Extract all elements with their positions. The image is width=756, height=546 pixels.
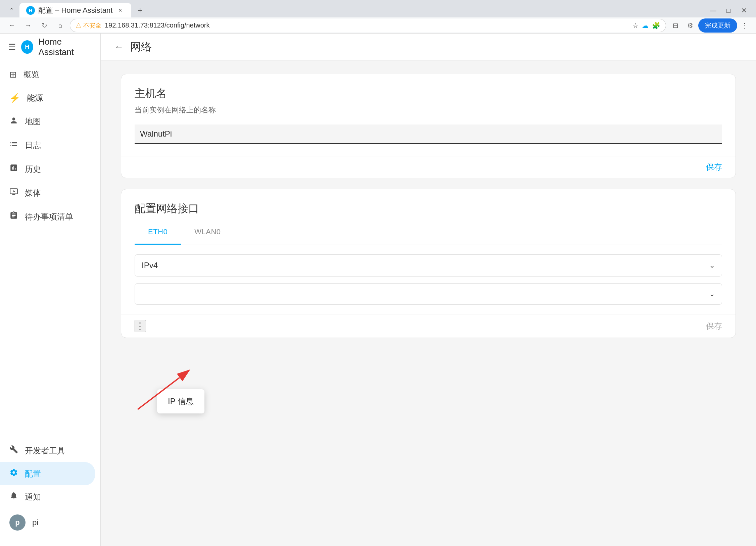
network-save-button[interactable]: 保存 [706, 321, 722, 332]
second-dropdown[interactable]: ⌄ [135, 283, 722, 305]
network-tabs-bar: ETH0 WLAN0 [135, 220, 722, 245]
network-card-title: 配置网络接口 [135, 201, 722, 216]
sidebar-bottom: 开发者工具 配置 通知 p pi [0, 436, 100, 539]
app-title-label: Home Assistant [39, 37, 92, 57]
network-form: IPv4 ⌄ ⌄ [121, 245, 736, 314]
sidebar-label-media: 媒体 [25, 188, 41, 198]
logs-icon [9, 140, 18, 151]
address-url-text: 192.168.31.73:8123/config/network [105, 21, 629, 29]
energy-icon: ⚡ [9, 93, 20, 103]
back-button[interactable]: ← [114, 42, 124, 52]
sidebar-label-history: 历史 [25, 164, 41, 175]
second-chevron-icon: ⌄ [709, 290, 715, 298]
nav-bar: ← → ↻ ⌂ △ 不安全 192.168.31.73:8123/config/… [0, 17, 756, 34]
bookmark-icon[interactable]: ☆ [632, 21, 639, 30]
app-container: ☰ H Home Assistant ⊞ 概览 ⚡ 能源 地图 [0, 34, 756, 546]
tab-list-back[interactable]: ⌃ [5, 4, 17, 16]
complete-update-button[interactable]: 完成更新 [698, 18, 737, 33]
history-icon [9, 163, 18, 175]
ip-info-tooltip[interactable]: IP 信息 [157, 389, 204, 413]
network-card-footer: ⋮ 保存 [121, 314, 736, 338]
tab-title: 配置 – Home Assistant [38, 5, 112, 15]
sidebar-label-map: 地图 [25, 116, 41, 127]
ipv4-dropdown[interactable]: IPv4 ⌄ [135, 254, 722, 277]
sidebar-label-energy: 能源 [27, 93, 43, 103]
app-logo: H [21, 40, 33, 54]
sidebar-toggle-button[interactable]: ⊟ [669, 19, 682, 32]
sidebar-label-logs: 日志 [25, 140, 41, 151]
maximize-button[interactable]: □ [722, 4, 735, 17]
main-content: ← 网络 主机名 当前实例在网络上的名称 保存 配置网络接口 [101, 34, 756, 546]
user-avatar: p [9, 514, 26, 531]
hostname-card-footer: 保存 [121, 156, 736, 178]
overview-icon: ⊞ [9, 69, 17, 80]
sidebar-item-map[interactable]: 地图 [0, 110, 95, 133]
ipv4-dropdown-label: IPv4 [142, 261, 158, 270]
sidebar-item-overview[interactable]: ⊞ 概览 [0, 63, 95, 86]
sidebar-item-energy[interactable]: ⚡ 能源 [0, 87, 95, 109]
sidebar-item-todo[interactable]: 待办事项清单 [0, 205, 95, 228]
new-tab-button[interactable]: + [133, 4, 147, 17]
browser-tab-active[interactable]: H 配置 – Home Assistant × [19, 3, 131, 18]
sidebar-label-overview: 概览 [23, 69, 40, 80]
minimize-button[interactable]: — [706, 4, 720, 17]
sidebar-item-history[interactable]: 历史 [0, 157, 95, 181]
tab-eth0[interactable]: ETH0 [135, 220, 181, 245]
network-more-options-button[interactable]: ⋮ [135, 320, 146, 332]
address-bar[interactable]: △ 不安全 192.168.31.73:8123/config/network … [70, 19, 666, 32]
todo-icon [9, 211, 18, 222]
sidebar-header: ☰ H Home Assistant [0, 34, 100, 60]
network-card-body: 配置网络接口 [121, 189, 736, 216]
media-icon [9, 187, 18, 198]
nav-forward-button[interactable]: → [21, 19, 35, 32]
ipv4-chevron-icon: ⌄ [709, 261, 715, 270]
browser-settings-button[interactable]: ⚙ [683, 19, 697, 32]
nav-reload-button[interactable]: ↻ [38, 19, 51, 32]
browser-menu-button[interactable]: ⋮ [739, 19, 751, 32]
security-warning-icon: △ 不安全 [76, 21, 101, 30]
hostname-save-button[interactable]: 保存 [706, 162, 722, 172]
settings-icon [9, 468, 18, 479]
nav-right-actions: ⊟ ⚙ 完成更新 ⋮ [669, 18, 751, 33]
notifications-icon [9, 491, 18, 502]
ip-info-tooltip-label: IP 信息 [168, 397, 194, 406]
hamburger-menu-button[interactable]: ☰ [8, 42, 16, 52]
main-header: ← 网络 [101, 34, 756, 60]
sidebar-label-devtools: 开发者工具 [25, 445, 65, 456]
user-name-label: pi [32, 518, 39, 527]
hostname-input[interactable] [135, 125, 722, 144]
tab-favicon: H [26, 6, 35, 15]
window-close-button[interactable]: ✕ [737, 4, 751, 17]
tab-close-button[interactable]: × [116, 6, 125, 15]
extension-icon[interactable]: 🧩 [652, 21, 660, 30]
map-icon [9, 116, 18, 127]
browser-chrome: ⌃ H 配置 – Home Assistant × + — □ ✕ ← → ↻ … [0, 0, 756, 34]
cloud-icon[interactable]: ☁ [642, 21, 649, 30]
hostname-card: 主机名 当前实例在网络上的名称 保存 [121, 74, 736, 178]
hostname-card-title: 主机名 [135, 86, 722, 101]
sidebar-item-user[interactable]: p pi [0, 508, 95, 537]
sidebar-item-logs[interactable]: 日志 [0, 134, 95, 157]
sidebar: ☰ H Home Assistant ⊞ 概览 ⚡ 能源 地图 [0, 34, 101, 546]
sidebar-item-settings[interactable]: 配置 [0, 462, 95, 485]
sidebar-item-devtools[interactable]: 开发者工具 [0, 439, 95, 462]
tab-bar: ⌃ H 配置 – Home Assistant × + — □ ✕ [0, 0, 756, 17]
network-card: 配置网络接口 ETH0 WLAN0 IPv4 ⌄ [121, 189, 736, 338]
sidebar-label-notifications: 通知 [25, 492, 41, 502]
nav-back-button[interactable]: ← [5, 19, 19, 32]
sidebar-item-media[interactable]: 媒体 [0, 181, 95, 204]
sidebar-nav: ⊞ 概览 ⚡ 能源 地图 日志 [0, 60, 100, 251]
sidebar-label-settings: 配置 [25, 468, 41, 479]
sidebar-item-notifications[interactable]: 通知 [0, 485, 95, 508]
hostname-card-subtitle: 当前实例在网络上的名称 [135, 105, 722, 115]
sidebar-label-todo: 待办事项清单 [25, 211, 73, 222]
hostname-card-body: 主机名 当前实例在网络上的名称 [121, 74, 736, 156]
nav-home-button[interactable]: ⌂ [54, 19, 67, 32]
content-area: 主机名 当前实例在网络上的名称 保存 配置网络接口 ETH0 [101, 60, 756, 351]
tab-wlan0[interactable]: WLAN0 [181, 220, 234, 245]
page-title: 网络 [130, 40, 152, 54]
devtools-icon [9, 445, 18, 456]
